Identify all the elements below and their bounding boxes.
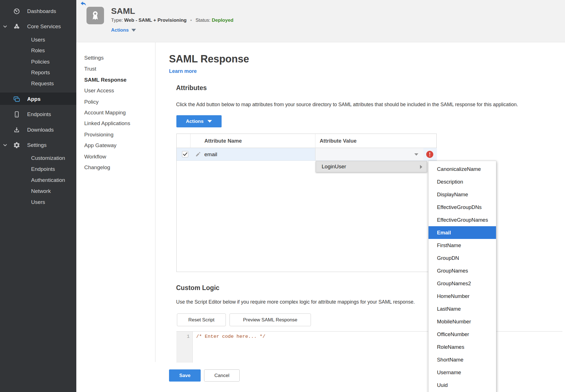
status-badge: Deployed	[212, 18, 233, 23]
sidebar-item-users[interactable]: Users	[0, 35, 76, 45]
menu-item-effectivegroupnames[interactable]: EffectiveGroupNames	[428, 214, 496, 226]
caret-down-icon	[414, 153, 418, 156]
attributes-table: Attribute Name Attribute Value email	[176, 134, 437, 272]
sidebar-item-endpoints-settings[interactable]: Endpoints	[0, 164, 76, 174]
sidebar-item-label: Users	[31, 197, 45, 207]
tab-provisioning[interactable]: Provisioning	[84, 131, 114, 138]
menu-item-description[interactable]: Description	[428, 175, 496, 188]
menu-item-shortname[interactable]: ShortName	[428, 353, 496, 366]
menu-item-username[interactable]: Username	[428, 366, 496, 379]
apps-icon	[13, 95, 20, 103]
sidebar-item-roles[interactable]: Roles	[0, 46, 76, 55]
sidebar-item-label: Requests	[31, 79, 54, 88]
exclamation-icon	[426, 151, 433, 158]
app-header: SAML Type: Web - SAML + Provisioning • S…	[76, 0, 565, 42]
tab-linked-applications[interactable]: Linked Applications	[84, 120, 130, 127]
sidebar-item-policies[interactable]: Policies	[0, 57, 76, 67]
sidebar-item-dashboards[interactable]: Dashboards	[0, 6, 76, 16]
sidebar-item-label: Dashboards	[27, 6, 56, 16]
tab-changelog[interactable]: Changelog	[84, 164, 110, 171]
script-editor[interactable]: 1 /* Enter code here... */	[176, 331, 562, 362]
sidebar-item-requests[interactable]: Requests	[0, 79, 76, 88]
chevron-down-icon	[3, 24, 7, 29]
menu-item-lastname[interactable]: LastName	[428, 302, 496, 315]
sidebar-item-authentication[interactable]: Authentication	[0, 175, 76, 185]
menu-item-mobilenumber[interactable]: MobileNumber	[428, 315, 496, 328]
sidebar-item-label: Settings	[27, 140, 47, 150]
tab-settings[interactable]: Settings	[84, 54, 104, 62]
sidebar-item-label: Users	[31, 35, 45, 45]
smartphone-icon	[13, 111, 20, 118]
sidebar-item-reports[interactable]: Reports	[0, 68, 76, 77]
tab-workflow[interactable]: Workflow	[84, 153, 106, 160]
sidebar-item-label: Endpoints	[31, 164, 55, 174]
menu-item-groupdn[interactable]: GroupDN	[428, 252, 496, 264]
dropdown-parent-label: LoginUser	[322, 161, 346, 172]
menu-item-uuid[interactable]: Uuid	[428, 379, 496, 391]
table-header: Attribute Name Attribute Value	[177, 134, 436, 148]
sidebar-item-label: Apps	[27, 93, 41, 105]
menu-item-firstname[interactable]: FirstName	[428, 239, 496, 252]
sidebar-item-label: Authentication	[31, 175, 65, 185]
preview-saml-response-button[interactable]: Preview SAML Response	[230, 313, 311, 326]
pencil-icon[interactable]	[195, 151, 201, 157]
menu-item-homenumber[interactable]: HomeNumber	[428, 290, 496, 302]
sidebar-item-endpoints[interactable]: Endpoints	[0, 110, 76, 119]
menu-item-email[interactable]: Email	[428, 226, 496, 239]
custom-logic-description: Use the Script Editor below if you requi…	[176, 299, 415, 305]
table-row[interactable]: email	[177, 148, 436, 161]
menu-item-effectivegroupdns[interactable]: EffectiveGroupDNs	[428, 201, 496, 214]
tab-policy[interactable]: Policy	[84, 98, 99, 106]
tab-account-mapping[interactable]: Account Mapping	[84, 109, 126, 116]
sidebar-item-apps[interactable]: Apps	[0, 93, 76, 105]
menu-item-rolenames[interactable]: RoleNames	[428, 341, 496, 353]
line-number: 1	[187, 334, 190, 339]
tab-app-gateway[interactable]: App Gateway	[84, 142, 116, 149]
row-checkbox[interactable]	[182, 151, 188, 157]
menu-item-displayname[interactable]: DisplayName	[428, 188, 496, 201]
subnav-divider	[155, 42, 155, 362]
column-divider	[315, 134, 315, 148]
reset-script-label: Reset Script	[188, 317, 215, 323]
column-divider	[190, 134, 191, 148]
attribute-value-cell[interactable]	[315, 148, 423, 160]
actions-label: Actions	[111, 27, 129, 33]
caret-down-icon	[207, 120, 212, 123]
app-meta: Type: Web - SAML + Provisioning • Status…	[111, 18, 233, 23]
sidebar-item-label: Downloads	[27, 125, 54, 135]
tab-saml-response[interactable]: SAML Response	[84, 76, 127, 84]
sidebar-item-network[interactable]: Network	[0, 186, 76, 196]
sidebar-item-downloads[interactable]: Downloads	[0, 125, 76, 135]
column-header-attribute-name: Attribute Name	[204, 134, 242, 148]
caret-down-icon	[131, 29, 136, 32]
menu-item-officenumber[interactable]: OfficeNumber	[428, 328, 496, 341]
header-actions-menu[interactable]: Actions	[111, 27, 136, 33]
preview-saml-response-label: Preview SAML Response	[243, 317, 297, 323]
tab-user-access[interactable]: User Access	[84, 87, 114, 94]
sidebar-item-core-services[interactable]: Core Services	[0, 22, 76, 31]
cancel-button[interactable]: Cancel	[204, 369, 240, 382]
menu-item-groupnames[interactable]: GroupNames	[428, 264, 496, 277]
cancel-label: Cancel	[215, 373, 230, 378]
app-badge-icon	[86, 7, 104, 24]
attributes-actions-button[interactable]: Actions	[176, 115, 222, 127]
menu-item-groupnames2[interactable]: GroupNames2	[428, 277, 496, 290]
sidebar-item-label: Customization	[31, 153, 65, 163]
sidebar-item-label: Network	[31, 186, 51, 196]
menu-item-canonicalizename[interactable]: CanonicalizeName	[428, 163, 496, 175]
value-dropdown-loginuser[interactable]: LoginUser	[316, 161, 427, 172]
tab-trust[interactable]: Trust	[84, 65, 96, 73]
back-arrow-icon[interactable]	[80, 1, 87, 7]
type-value: Web - SAML + Provisioning	[124, 18, 187, 23]
chevron-down-icon	[3, 143, 7, 147]
sidebar-item-customization[interactable]: Customization	[0, 153, 76, 163]
sidebar-item-settings[interactable]: Settings	[0, 140, 76, 150]
learn-more-link[interactable]: Learn more	[169, 68, 197, 74]
save-button[interactable]: Save	[169, 369, 201, 382]
sidebar-item-label: Reports	[31, 68, 50, 77]
save-label: Save	[179, 373, 191, 378]
checkmark-icon	[182, 151, 188, 157]
reset-script-button[interactable]: Reset Script	[177, 313, 226, 326]
sidebar-item-label: Roles	[31, 46, 45, 55]
sidebar-item-users-settings[interactable]: Users	[0, 197, 76, 207]
